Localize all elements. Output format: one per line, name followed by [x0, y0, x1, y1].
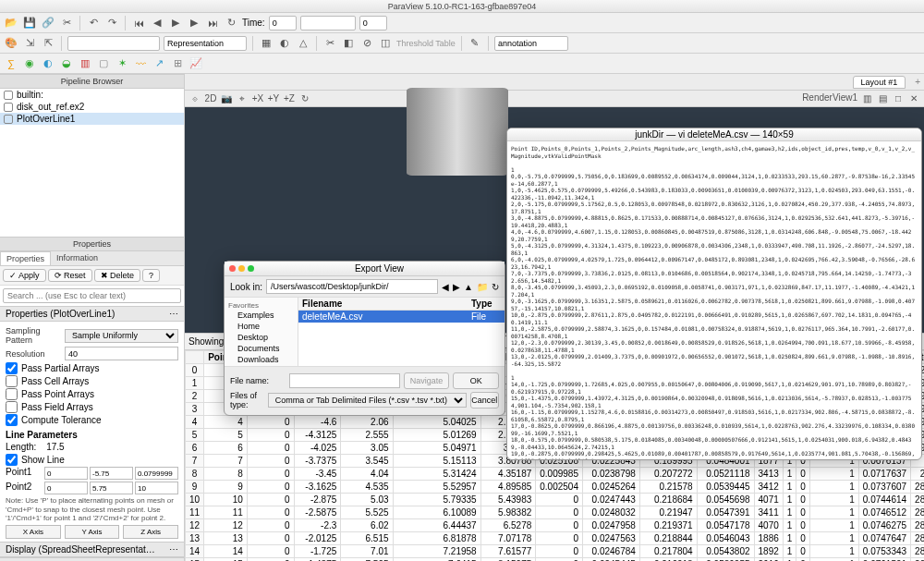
prev-frame-icon[interactable]: ◀ [150, 16, 164, 30]
time-index-input[interactable] [359, 16, 387, 30]
reset-camera-icon[interactable]: ⌖ [236, 92, 249, 105]
section-properties[interactable]: Properties (PlotOverLine1) [6, 309, 115, 319]
minimize-icon[interactable] [238, 265, 245, 272]
array-selector[interactable] [67, 36, 160, 51]
zoom-icon[interactable] [248, 265, 254, 272]
xaxis-button[interactable]: X Axis [6, 525, 61, 539]
close-view-icon[interactable]: ✕ [907, 92, 920, 105]
reset-button[interactable]: ⟳ Reset [48, 269, 92, 282]
ok-button[interactable]: OK [453, 372, 499, 389]
representation-selector[interactable] [164, 36, 247, 51]
calculator-filter-icon[interactable]: ∑ [4, 56, 18, 71]
terminal-content[interactable]: Point ID,Points_0,Points_1,Points_2,Poin… [507, 141, 921, 459]
chk-tolerance[interactable] [6, 414, 18, 426]
glyph-filter-icon[interactable]: ✶ [115, 56, 129, 71]
wireframe-icon[interactable]: △ [296, 36, 310, 51]
visibility-icon[interactable] [4, 103, 13, 112]
back-icon[interactable]: ◀ [442, 282, 449, 292]
p2x-input[interactable] [44, 482, 88, 494]
pipeline-item-source[interactable]: disk_out_ref.ex2 [0, 101, 184, 113]
warp-filter-icon[interactable]: ↗ [152, 56, 166, 71]
axis-y-icon[interactable]: +Y [267, 92, 280, 105]
slice-icon[interactable]: ⊘ [359, 36, 374, 51]
disconnect-icon[interactable]: ✂ [59, 16, 74, 30]
visibility-icon[interactable] [4, 91, 13, 100]
clip-filter-icon[interactable]: ◐ [41, 56, 55, 71]
threshold-filter-icon[interactable]: ▥ [78, 56, 92, 71]
file-listing[interactable]: FilenameType deleteMeA.csvFile [298, 298, 505, 366]
p1y-input[interactable] [90, 467, 133, 480]
apply-button[interactable]: ✓ Apply [3, 269, 46, 282]
play-icon[interactable]: ▶ [168, 16, 183, 30]
first-frame-icon[interactable]: ⏮ [131, 16, 146, 30]
extract-icon[interactable]: ✂ [322, 36, 337, 51]
chk-showline[interactable] [6, 454, 18, 466]
view-2d-icon[interactable]: 2D [204, 92, 217, 105]
annotation-input[interactable] [494, 36, 568, 51]
rotate-icon[interactable]: ↻ [298, 92, 311, 105]
visibility-icon[interactable] [4, 115, 13, 124]
split-h-icon[interactable]: ▥ [860, 92, 873, 105]
clip-icon[interactable]: ◧ [341, 36, 356, 51]
rescale-custom-icon[interactable]: ⇱ [41, 36, 55, 51]
redo-icon[interactable]: ↷ [104, 16, 119, 30]
loop-icon[interactable]: ↻ [224, 16, 238, 30]
tab-information[interactable]: Information [51, 251, 103, 265]
last-frame-icon[interactable]: ⏭ [205, 16, 220, 30]
group-filter-icon[interactable]: ⊞ [170, 56, 185, 71]
time-input[interactable] [269, 16, 297, 30]
axis-x-icon[interactable]: +X [251, 92, 264, 105]
up-icon[interactable]: ▲ [464, 282, 473, 292]
chk-field[interactable] [6, 401, 18, 413]
chk-cell[interactable] [6, 375, 18, 387]
file-row-selected[interactable]: deleteMeA.csvFile [298, 311, 505, 323]
mesh-icon[interactable]: ▦ [259, 36, 274, 51]
split-v-icon[interactable]: ▤ [876, 92, 889, 105]
threshold-icon[interactable]: ◫ [378, 36, 393, 51]
close-icon[interactable] [229, 265, 236, 272]
sampling-select[interactable]: Sample Uniformly [65, 329, 178, 343]
help-button[interactable]: ? [142, 269, 160, 282]
p1z-input[interactable] [135, 467, 178, 480]
filetype-select[interactable]: Comma or Tab Delimited Files (*.csv *.ts… [268, 393, 467, 408]
layout-tab[interactable]: Layout #1 [853, 76, 906, 89]
yaxis-button[interactable]: Y Axis [65, 525, 120, 539]
navigate-button[interactable]: Navigate [404, 372, 450, 389]
property-search-input[interactable] [3, 288, 181, 303]
calculator-icon[interactable]: ✎ [468, 36, 482, 51]
tab-properties[interactable]: Properties [0, 251, 51, 265]
time-slider[interactable] [300, 16, 356, 30]
p1x-input[interactable] [44, 467, 88, 480]
fav-documents[interactable]: Documents [226, 343, 296, 354]
camera-icon[interactable]: 📷 [220, 92, 233, 105]
chk-point[interactable] [6, 388, 18, 400]
fav-examples[interactable]: Examples [226, 310, 296, 321]
p2y-input[interactable] [90, 482, 133, 494]
p2z-input[interactable] [135, 482, 178, 494]
delete-button[interactable]: ✖ Delete [94, 269, 141, 282]
slice-filter-icon[interactable]: ◒ [59, 56, 74, 71]
save-icon[interactable]: 💾 [22, 16, 37, 30]
connect-icon[interactable]: 🔗 [41, 16, 55, 30]
resolution-input[interactable] [65, 347, 178, 360]
undo-icon[interactable]: ↶ [86, 16, 101, 30]
next-frame-icon[interactable]: ▶ [187, 16, 201, 30]
open-icon[interactable]: 📂 [4, 16, 18, 30]
filename-input[interactable] [289, 373, 400, 388]
forward-icon[interactable]: ▶ [453, 282, 460, 292]
surface-icon[interactable]: ◐ [277, 36, 292, 51]
pipeline-item-plotoverline[interactable]: PlotOverLine1 [0, 113, 184, 125]
stream-filter-icon[interactable]: 〰 [133, 56, 148, 71]
extract-filter-icon[interactable]: ▢ [96, 56, 111, 71]
newfolder-icon[interactable]: 📁 [477, 282, 488, 292]
maximize-icon[interactable]: □ [892, 92, 905, 105]
rescale-icon[interactable]: ⇲ [22, 36, 37, 51]
pipeline-tree[interactable]: builtin: disk_out_ref.ex2 PlotOverLine1 [0, 89, 184, 237]
lookin-input[interactable] [266, 279, 438, 294]
view-3d-icon[interactable]: ⟐ [188, 92, 201, 105]
cancel-button[interactable]: Cancel [470, 392, 499, 409]
add-tab-icon[interactable]: + [915, 77, 920, 87]
fav-home[interactable]: Home [226, 321, 296, 332]
colormap-icon[interactable]: 🎨 [4, 36, 18, 51]
fav-downloads[interactable]: Downloads [226, 354, 296, 365]
